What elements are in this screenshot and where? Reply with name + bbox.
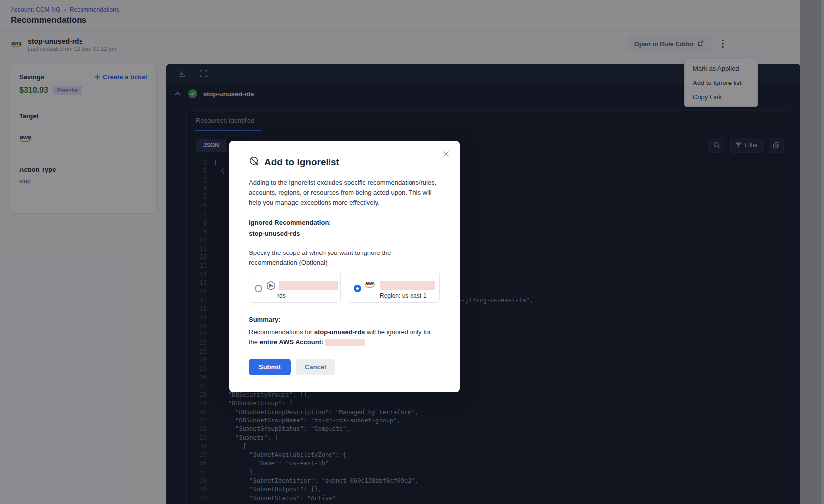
modal-title: Add to Ignorelist xyxy=(264,157,339,168)
ignored-recommendation-value: stop-unused-rds xyxy=(249,230,440,237)
svg-text:aws: aws xyxy=(365,281,375,286)
aws-logo-icon: aws xyxy=(365,280,378,292)
scope-option-resource-sublabel: rds xyxy=(277,292,286,299)
summary-label: Summary: xyxy=(249,316,440,323)
summary-scope-bold: entire AWS Account: xyxy=(260,338,324,346)
redacted-summary-account-id xyxy=(325,339,365,346)
cancel-button[interactable]: Cancel xyxy=(296,359,335,375)
scope-options: rds aws Region: us-east-1 xyxy=(249,272,440,303)
account-radio-selected[interactable] xyxy=(354,285,361,292)
redacted-account-id xyxy=(380,281,435,290)
summary-text: Recommendations for stop-unused-rds will… xyxy=(249,327,438,348)
page: Account: CCM-NG>Recommendations Recommen… xyxy=(0,0,824,504)
ignore-ban-icon xyxy=(249,156,260,168)
modal-description: Adding to the Ignorelist excludes specif… xyxy=(249,178,440,208)
ignored-recommendation-label: Ignored Recommendation: xyxy=(249,219,440,226)
modal-close-button[interactable] xyxy=(440,148,452,160)
resource-radio-unselected[interactable] xyxy=(255,285,262,292)
resource-service-icon xyxy=(266,281,276,293)
scope-instruction: Specify the scope at which you want to i… xyxy=(249,248,438,267)
scope-option-account[interactable]: aws Region: us-east-1 xyxy=(348,272,440,303)
scope-option-resource[interactable]: rds xyxy=(249,272,341,303)
scope-option-account-sublabel: Region: us-east-1 xyxy=(380,292,427,299)
summary-part1: Recommendations for xyxy=(249,328,314,336)
close-icon xyxy=(443,151,449,157)
submit-button[interactable]: Submit xyxy=(249,359,291,375)
add-to-ignorelist-modal: Add to Ignorelist Adding to the Ignoreli… xyxy=(229,141,460,392)
redacted-resource-name xyxy=(279,281,338,290)
summary-recommendation-name: stop-unused-rds xyxy=(314,328,365,336)
